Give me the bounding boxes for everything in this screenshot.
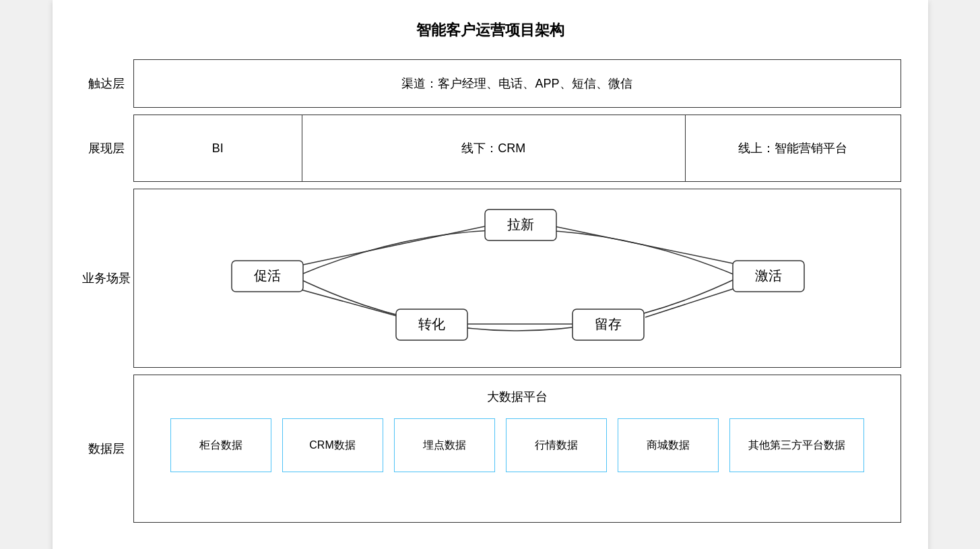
biz-layer-row: 业务场景 (79, 189, 901, 368)
display-layer-row: 展现层 BI 线下：CRM 线上：智能营销平台 (79, 115, 901, 182)
data-card-0: 柜台数据 (170, 418, 271, 472)
touch-layer-text: 渠道：客户经理、电话、APP、短信、微信 (401, 75, 632, 92)
display-layer-content: BI 线下：CRM 线上：智能营销平台 (133, 115, 901, 182)
diagram-container: 智能客户运营项目架构 触达层 渠道：客户经理、电话、APP、短信、微信 展现层 … (53, 0, 928, 549)
data-layer-label: 数据层 (79, 375, 133, 523)
data-card-3: 行情数据 (506, 418, 607, 472)
biz-layer-label: 业务场景 (79, 189, 133, 368)
touch-layer-label: 触达层 (79, 59, 133, 108)
svg-line-2 (298, 289, 401, 317)
data-cards: 柜台数据 CRM数据 埋点数据 行情数据 商城数据 其他第三方平台数据 (170, 418, 864, 472)
svg-text:拉新: 拉新 (507, 217, 534, 232)
display-cell-online: 线上：智能营销平台 (686, 115, 901, 181)
data-platform-title: 大数据平台 (487, 389, 548, 405)
biz-layer-content: 拉新 激活 促活 转化 留存 (133, 189, 901, 368)
data-card-1: CRM数据 (282, 418, 383, 472)
data-card-5: 其他第三方平台数据 (729, 418, 864, 472)
diagram-title: 智能客户运营项目架构 (79, 20, 901, 40)
svg-text:留存: 留存 (595, 317, 622, 331)
data-layer-content: 大数据平台 柜台数据 CRM数据 埋点数据 行情数据 商城数据 其他第三方平台数… (133, 375, 901, 523)
touch-layer-content: 渠道：客户经理、电话、APP、短信、微信 (133, 59, 901, 108)
svg-text:转化: 转化 (418, 317, 445, 331)
display-cell-crm: 线下：CRM (302, 115, 686, 181)
biz-diagram-svg: 拉新 激活 促活 转化 留存 (134, 189, 901, 364)
svg-line-1 (645, 289, 733, 317)
data-card-4: 商城数据 (618, 418, 719, 472)
svg-line-3 (303, 226, 485, 265)
touch-layer-row: 触达层 渠道：客户经理、电话、APP、短信、微信 (79, 59, 901, 108)
data-layer-row: 数据层 大数据平台 柜台数据 CRM数据 埋点数据 行情数据 商城数据 其他第三… (79, 375, 901, 523)
svg-text:促活: 促活 (254, 268, 281, 283)
svg-text:激活: 激活 (755, 268, 782, 283)
display-layer-label: 展现层 (79, 115, 133, 182)
display-cell-bi: BI (134, 115, 302, 181)
svg-line-0 (554, 226, 733, 263)
data-card-2: 埋点数据 (394, 418, 495, 472)
